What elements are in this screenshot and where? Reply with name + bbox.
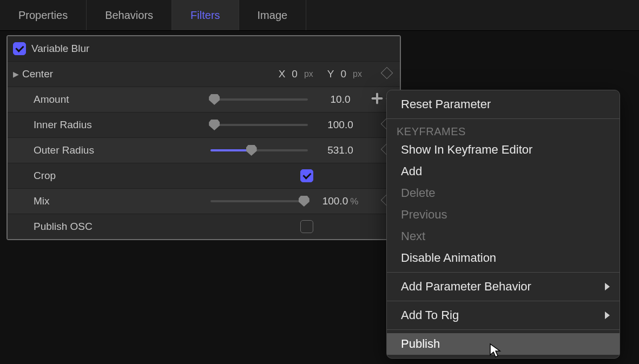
tab-filters[interactable]: Filters — [172, 0, 239, 30]
param-mix-label: Mix — [34, 195, 50, 207]
center-x-value[interactable]: 0 — [292, 68, 298, 80]
mix-slider[interactable] — [210, 200, 308, 202]
inner-radius-slider[interactable] — [210, 124, 308, 126]
param-center-label: Center — [22, 68, 53, 80]
menu-add-keyframe[interactable]: Add — [387, 161, 620, 182]
param-center-value: X 0 px Y 0 px — [279, 68, 362, 80]
amount-value[interactable]: 10.0 — [319, 94, 362, 105]
menu-separator — [387, 329, 620, 330]
menu-next-keyframe: Next — [387, 226, 620, 247]
param-publish-osc-row: Publish OSC — [8, 214, 400, 239]
tab-image[interactable]: Image — [239, 0, 307, 30]
center-x-label: X — [279, 68, 286, 80]
publish-osc-checkbox[interactable] — [300, 220, 313, 233]
tab-properties[interactable]: Properties — [0, 0, 87, 30]
filter-parameters-panel: Variable Blur ▶ Center X 0 px Y 0 px Amo… — [6, 35, 401, 240]
mix-value[interactable]: 100.0% — [319, 195, 362, 207]
param-publish-osc-label: Publish OSC — [34, 221, 93, 233]
param-mix-row: Mix 100.0% — [8, 189, 400, 214]
center-y-unit: px — [353, 69, 362, 79]
param-amount-label: Amount — [34, 94, 69, 105]
filter-enabled-checkbox[interactable] — [13, 42, 26, 55]
menu-section-keyframes: KEYFRAMES — [387, 122, 620, 139]
menu-reset-parameter[interactable]: Reset Parameter — [387, 94, 620, 115]
menu-separator — [387, 118, 620, 119]
menu-separator — [387, 272, 620, 273]
param-outer-radius-label: Outer Radius — [34, 144, 94, 156]
outer-radius-value[interactable]: 531.0 — [319, 144, 362, 156]
param-crop-row: Crop — [8, 163, 400, 189]
menu-add-parameter-behavior[interactable]: Add Parameter Behavior — [387, 276, 620, 297]
param-center-row: ▶ Center X 0 px Y 0 px — [8, 62, 400, 87]
center-x-unit: px — [304, 69, 313, 79]
filter-title: Variable Blur — [31, 43, 89, 55]
menu-show-keyframe-editor[interactable]: Show In Keyframe Editor — [387, 139, 620, 161]
param-outer-radius-row: Outer Radius 531.0 — [8, 138, 400, 163]
inspector-tabs: Properties Behaviors Filters Image — [0, 0, 639, 31]
center-y-label: Y — [327, 68, 334, 80]
keyframe-center[interactable] — [383, 68, 391, 80]
menu-add-to-rig[interactable]: Add To Rig — [387, 305, 620, 326]
outer-radius-slider[interactable] — [210, 149, 308, 151]
menu-previous-keyframe: Previous — [387, 204, 620, 226]
center-y-value[interactable]: 0 — [341, 68, 347, 80]
amount-slider[interactable] — [210, 98, 308, 101]
filter-header-row: Variable Blur — [8, 36, 400, 62]
tab-behaviors[interactable]: Behaviors — [87, 0, 172, 30]
param-amount-row: Amount 10.0 — [8, 87, 400, 112]
menu-disable-animation[interactable]: Disable Animation — [387, 247, 620, 269]
disclosure-triangle-icon[interactable]: ▶ — [13, 70, 19, 78]
menu-separator — [387, 301, 620, 301]
param-inner-radius-row: Inner Radius 100.0 — [8, 112, 400, 138]
menu-publish[interactable]: Publish — [387, 333, 620, 355]
param-crop-label: Crop — [34, 170, 56, 182]
parameter-context-menu: Reset Parameter KEYFRAMES Show In Keyfra… — [386, 90, 620, 359]
crop-checkbox[interactable] — [300, 169, 313, 182]
param-inner-radius-label: Inner Radius — [34, 119, 92, 131]
inner-radius-value[interactable]: 100.0 — [319, 119, 362, 131]
menu-delete-keyframe: Delete — [387, 182, 620, 204]
